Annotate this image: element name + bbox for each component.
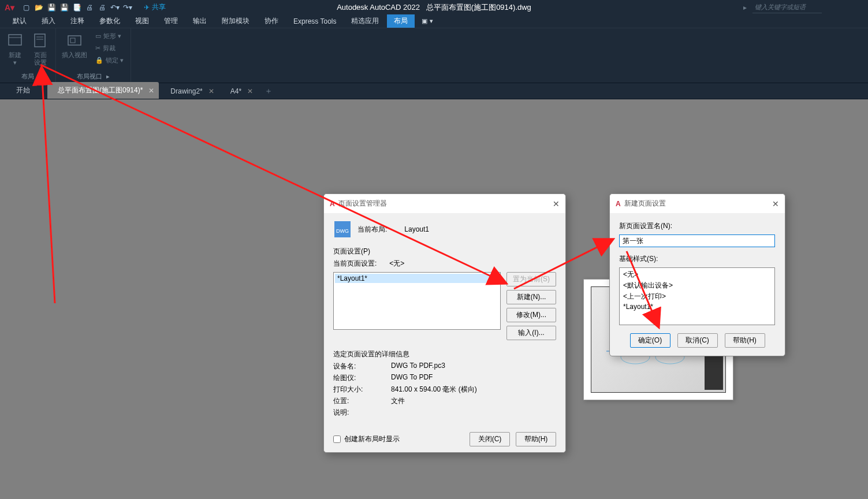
close-icon[interactable]: ✕ bbox=[772, 199, 779, 208]
help-button[interactable]: 帮助(H) bbox=[516, 432, 556, 446]
close-button[interactable]: 关闭(C) bbox=[470, 432, 510, 446]
dialog-titlebar[interactable]: A 新建页面设置 ✕ bbox=[610, 194, 785, 213]
list-item[interactable]: *Layout1* bbox=[335, 274, 499, 283]
svg-text:DWG: DWG bbox=[336, 228, 349, 234]
quick-access-toolbar: ▢ 📂 💾 💾 📑 🖨 🖨 ↶▾ ↷▾ bbox=[21, 3, 132, 12]
ok-button[interactable]: 确定(O) bbox=[630, 333, 670, 348]
ribbon-lock[interactable]: 🔒锁定 ▾ bbox=[93, 55, 126, 66]
menu-insert[interactable]: 插入 bbox=[35, 14, 62, 28]
menu-parametric[interactable]: 参数化 bbox=[92, 14, 127, 28]
set-current-button[interactable]: 置为当前(S) bbox=[506, 272, 556, 286]
menu-annotate[interactable]: 注释 bbox=[64, 14, 91, 28]
open-icon[interactable]: 📂 bbox=[34, 3, 43, 12]
list-item[interactable]: *Layout1* bbox=[621, 302, 773, 311]
list-item[interactable]: <无> bbox=[621, 269, 773, 280]
save-icon[interactable]: 💾 bbox=[47, 3, 56, 12]
menu-output[interactable]: 输出 bbox=[186, 14, 214, 28]
redo-icon[interactable]: ↷▾ bbox=[123, 3, 132, 12]
close-icon[interactable]: ✕ bbox=[553, 199, 560, 208]
lock-icon: 🔒 bbox=[95, 57, 103, 64]
modify-button[interactable]: 修改(M)... bbox=[506, 308, 556, 322]
saveas-icon[interactable]: 💾 bbox=[59, 3, 69, 12]
ribbon-page-setup[interactable]: 页面 设置 bbox=[30, 31, 51, 68]
base-style-list[interactable]: <无> <默认输出设备> <上一次打印> *Layout1* bbox=[619, 267, 775, 325]
menu-view[interactable]: 视图 bbox=[128, 14, 156, 28]
close-icon[interactable]: ✕ bbox=[208, 87, 214, 95]
list-item[interactable]: <上一次打印> bbox=[621, 291, 773, 302]
acad-logo-icon: A bbox=[330, 200, 335, 208]
ribbon-panel-layout: 新建 ▾ 页面 设置 布局 bbox=[0, 28, 56, 83]
new-page-setup-dialog: A 新建页面设置 ✕ 新页面设置名(N): 基础样式(S): <无> <默认输出… bbox=[609, 193, 785, 356]
acad-logo-icon: A bbox=[616, 200, 621, 208]
size-value: 841.00 x 594.00 毫米 (横向) bbox=[391, 385, 477, 394]
plotter-label: 绘图仪: bbox=[333, 373, 391, 383]
checkbox-label: 创建新布局时显示 bbox=[344, 434, 400, 444]
svg-rect-2 bbox=[35, 34, 45, 47]
undo-icon[interactable]: ↶▾ bbox=[110, 3, 120, 12]
device-label: 设备名: bbox=[333, 362, 391, 371]
size-label: 打印大小: bbox=[333, 385, 391, 394]
menu-bar: 默认 插入 注释 参数化 视图 管理 输出 附加模块 协作 Express To… bbox=[0, 14, 868, 28]
new-button[interactable]: 新建(N)... bbox=[506, 290, 556, 304]
file-tabs: 开始 总平面布置图(施工图0914)*✕ Drawing2*✕ A4*✕ ＋ bbox=[0, 83, 868, 99]
dialog-title-text: 新建页面设置 bbox=[624, 199, 666, 208]
menu-featured[interactable]: 精选应用 bbox=[344, 14, 386, 28]
file-tab-a4[interactable]: A4*✕ bbox=[220, 84, 258, 99]
new-name-input[interactable] bbox=[619, 234, 775, 247]
file-tab-drawing2[interactable]: Drawing2*✕ bbox=[160, 84, 218, 99]
page-setup-manager-dialog: A 页面设置管理器 ✕ DWG 当前布局: Layout1 页面设置(P) 当前… bbox=[323, 193, 566, 453]
share-button[interactable]: ✈ 共享 bbox=[144, 2, 166, 12]
menu-overflow[interactable]: ▣ ▾ bbox=[416, 16, 438, 27]
help-button[interactable]: 帮助(H) bbox=[725, 333, 765, 348]
device-value: DWG To PDF.pc3 bbox=[391, 362, 445, 371]
ribbon-insert-view[interactable]: 插入视图 bbox=[61, 31, 88, 60]
dwg-icon: DWG bbox=[333, 220, 352, 239]
list-item[interactable]: <默认输出设备> bbox=[621, 280, 773, 291]
svg-rect-0 bbox=[9, 35, 21, 45]
menu-manage[interactable]: 管理 bbox=[157, 14, 185, 28]
send-icon: ✈ bbox=[144, 3, 150, 12]
new-layout-icon bbox=[6, 32, 24, 50]
title-bar: A▾ ▢ 📂 💾 💾 📑 🖨 🖨 ↶▾ ↷▾ ✈ 共享 Autodesk Aut… bbox=[0, 0, 868, 14]
new-name-label: 新页面设置名(N): bbox=[619, 221, 776, 231]
close-icon[interactable]: ✕ bbox=[148, 87, 154, 95]
current-layout-label: 当前布局: bbox=[357, 225, 387, 234]
menu-layout[interactable]: 布局 bbox=[387, 14, 415, 28]
file-tab-active[interactable]: 总平面布置图(施工图0914)*✕ bbox=[47, 82, 159, 99]
ribbon-panel1-title: 布局 bbox=[5, 70, 51, 83]
menu-addins[interactable]: 附加模块 bbox=[215, 14, 256, 28]
page-setups-label: 页面设置(P) bbox=[333, 247, 556, 256]
close-icon[interactable]: ✕ bbox=[247, 87, 253, 95]
current-setup-label: 当前页面设置: bbox=[333, 259, 377, 269]
new-icon[interactable]: ▢ bbox=[21, 3, 31, 12]
location-label: 位置: bbox=[333, 396, 391, 406]
location-value: 文件 bbox=[391, 396, 405, 406]
svg-rect-5 bbox=[68, 36, 81, 45]
ribbon-rect[interactable]: ▭矩形 ▾ bbox=[93, 31, 126, 42]
plotter-value: DWG To PDF bbox=[391, 373, 433, 383]
menu-collaborate[interactable]: 协作 bbox=[258, 14, 285, 28]
ribbon-new-layout[interactable]: 新建 ▾ bbox=[5, 31, 25, 68]
create-on-new-checkbox[interactable] bbox=[333, 435, 341, 443]
import-button[interactable]: 输入(I)... bbox=[506, 326, 556, 340]
share-label: 共享 bbox=[152, 2, 166, 12]
web-icon[interactable]: 📑 bbox=[72, 3, 81, 12]
menu-default[interactable]: 默认 bbox=[6, 14, 33, 28]
ribbon-clip[interactable]: ✂剪裁 bbox=[93, 43, 126, 54]
dialog-titlebar[interactable]: A 页面设置管理器 ✕ bbox=[324, 194, 565, 213]
ribbon: 新建 ▾ 页面 设置 布局 插入视图 ▭矩形 ▾ ✂剪裁 🔒锁定 ▾ bbox=[0, 28, 868, 83]
details-heading: 选定页面设置的详细信息 bbox=[333, 349, 556, 359]
cancel-button[interactable]: 取消(C) bbox=[677, 333, 718, 348]
page-setup-icon bbox=[31, 32, 50, 50]
print-icon[interactable]: 🖨 bbox=[98, 3, 107, 12]
file-tab-start[interactable]: 开始 bbox=[6, 82, 46, 99]
page-setup-list[interactable]: *Layout1* bbox=[333, 272, 501, 330]
desc-label: 说明: bbox=[333, 408, 391, 418]
plot-icon[interactable]: 🖨 bbox=[85, 3, 94, 12]
dialog-title-text: 页面设置管理器 bbox=[338, 199, 387, 208]
menu-express[interactable]: Express Tools bbox=[286, 16, 343, 27]
search-input[interactable]: 键入关键字或短语 bbox=[752, 2, 822, 13]
new-tab-button[interactable]: ＋ bbox=[259, 84, 278, 99]
search-arrow-icon: ▸ bbox=[743, 3, 747, 12]
rect-icon: ▭ bbox=[95, 32, 101, 40]
